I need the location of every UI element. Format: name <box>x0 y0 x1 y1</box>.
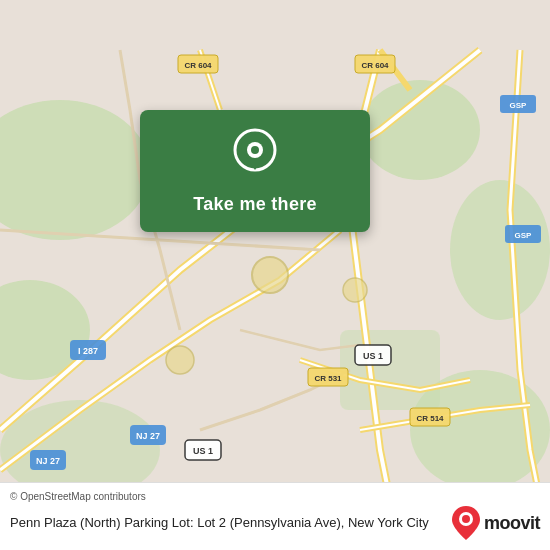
moovit-brand-text: moovit <box>484 513 540 534</box>
svg-text:CR 604: CR 604 <box>184 61 212 70</box>
take-me-there-label: Take me there <box>193 194 317 216</box>
location-row: Penn Plaza (North) Parking Lot: Lot 2 (P… <box>10 506 540 540</box>
svg-text:NJ 27: NJ 27 <box>36 456 60 466</box>
map-roads-svg: I 287 I 287 NJ 27 NJ 27 US 1 US 1 US 1 C… <box>0 0 550 550</box>
attribution-text: © OpenStreetMap contributors <box>10 491 146 502</box>
svg-text:GSP: GSP <box>510 101 528 110</box>
svg-text:I 287: I 287 <box>78 346 98 356</box>
map-container: I 287 I 287 NJ 27 NJ 27 US 1 US 1 US 1 C… <box>0 0 550 550</box>
svg-text:NJ 27: NJ 27 <box>136 431 160 441</box>
svg-text:US 1: US 1 <box>363 351 383 361</box>
svg-rect-7 <box>340 330 440 410</box>
moovit-logo: moovit <box>452 506 540 540</box>
location-pin-icon <box>231 128 279 184</box>
svg-point-4 <box>450 180 550 320</box>
svg-point-11 <box>166 346 194 374</box>
svg-text:US 1: US 1 <box>193 446 213 456</box>
svg-point-10 <box>343 278 367 302</box>
svg-text:CR 604: CR 604 <box>361 61 389 70</box>
svg-text:GSP: GSP <box>515 231 533 240</box>
svg-text:CR 531: CR 531 <box>314 374 342 383</box>
svg-text:CR 514: CR 514 <box>416 414 444 423</box>
map-attribution: © OpenStreetMap contributors <box>10 491 540 502</box>
take-me-there-panel[interactable]: Take me there <box>140 110 370 232</box>
svg-point-40 <box>251 146 259 154</box>
location-name: Penn Plaza (North) Parking Lot: Lot 2 (P… <box>10 514 452 532</box>
svg-point-42 <box>462 515 470 523</box>
svg-point-9 <box>252 257 288 293</box>
moovit-pin-icon <box>452 506 480 540</box>
info-bar: © OpenStreetMap contributors Penn Plaza … <box>0 482 550 550</box>
